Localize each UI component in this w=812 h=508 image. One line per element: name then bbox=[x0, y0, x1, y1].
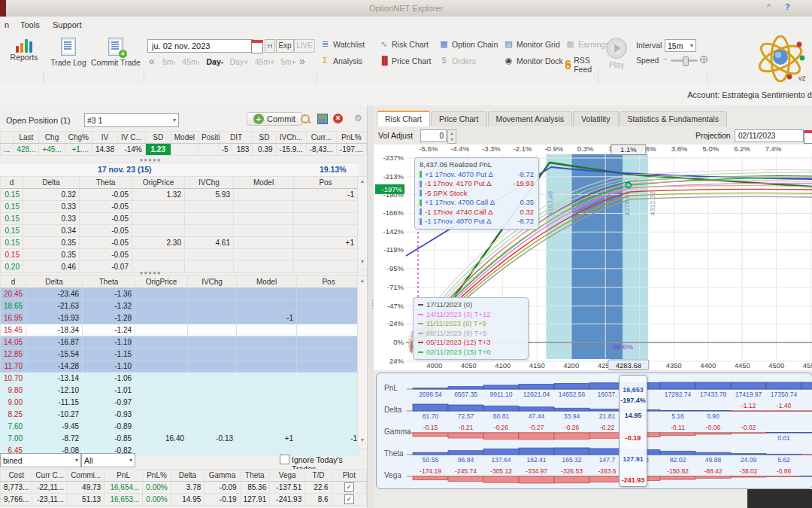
column-header[interactable] bbox=[1, 132, 14, 144]
column-header[interactable]: IV bbox=[92, 132, 117, 144]
step-back-icon[interactable]: « bbox=[149, 55, 155, 67]
time-h-button[interactable]: H bbox=[265, 39, 275, 53]
commit-button[interactable]: +Commit bbox=[247, 112, 302, 126]
table-row[interactable]: 8.25-10.27-0.93 bbox=[1, 409, 361, 421]
ignore-trades-checkbox[interactable] bbox=[280, 455, 289, 464]
column-header[interactable]: d bbox=[1, 177, 23, 189]
tab-movement-analysis[interactable]: Movement Analysis bbox=[488, 111, 572, 126]
column-header[interactable]: IVCh... bbox=[276, 132, 306, 144]
calls-scrollbar[interactable]: ▲▼ bbox=[357, 176, 368, 269]
time-step-day-[interactable]: Day- bbox=[206, 57, 223, 66]
column-header[interactable]: Last bbox=[14, 132, 39, 144]
table-row[interactable]: 1830.39-15.9...-8,43...-197.... bbox=[220, 144, 367, 156]
time-step-45m-[interactable]: 45m- bbox=[182, 57, 200, 66]
export-grid-icon[interactable] bbox=[317, 114, 328, 124]
column-header[interactable]: Theta bbox=[80, 177, 132, 189]
table-row[interactable]: 7.60-9.45-0.89 bbox=[1, 421, 361, 433]
tab-price-chart[interactable]: Price Chart bbox=[431, 111, 487, 126]
column-header[interactable]: Curr... bbox=[306, 132, 336, 144]
calendar-icon[interactable] bbox=[804, 130, 812, 144]
column-header[interactable]: Model bbox=[237, 276, 297, 288]
position-selector[interactable]: #3 1▾ bbox=[84, 113, 179, 127]
windows-button-risk-chart[interactable]: ∿Risk Chart bbox=[379, 39, 429, 49]
table-row[interactable]: 0.150.32-0.051.325.93-1 bbox=[1, 189, 358, 201]
windows-button-monitor-dock[interactable]: ◉Monitor Dock bbox=[504, 56, 563, 65]
collapse-ribbon-icon[interactable]: ^ bbox=[767, 2, 771, 11]
menu-item-tools[interactable]: Tools bbox=[20, 20, 40, 29]
vol-adjust-spinner[interactable]: ▲▼ bbox=[447, 129, 456, 144]
column-header[interactable]: Theta bbox=[83, 276, 135, 288]
windows-button-option-chain[interactable]: ▦Option Chain bbox=[439, 39, 498, 49]
plot-checkbox[interactable]: ✓ bbox=[344, 494, 354, 504]
trading-date-input[interactable]: ju. 02 nov. 2023 bbox=[147, 39, 253, 53]
scope-filter-select[interactable]: All▾ bbox=[81, 453, 135, 467]
column-header[interactable]: PnL% bbox=[336, 132, 366, 144]
speed-slider-thumb[interactable] bbox=[683, 56, 689, 66]
search-icon[interactable] bbox=[301, 114, 310, 123]
column-header[interactable]: Model bbox=[234, 177, 294, 189]
column-header[interactable]: OrigPrice bbox=[135, 276, 188, 288]
table-row[interactable]: 18.65-21.63-1.32 bbox=[1, 300, 361, 312]
table-row[interactable]: 14.05-16.87-1.19 bbox=[1, 336, 361, 348]
table-row[interactable]: 0.150.35-0.05 bbox=[1, 249, 358, 261]
table-row[interactable]: 9.00-11.15-0.97 bbox=[1, 397, 361, 409]
column-header[interactable]: Plot bbox=[332, 470, 366, 482]
windows-button-monitor-grid[interactable]: ▤Monitor Grid bbox=[504, 39, 560, 49]
windows-button-watchlist[interactable]: ≣Watchlist bbox=[320, 39, 365, 49]
trade-log-button[interactable]: Trade Log bbox=[47, 38, 90, 67]
commit-trade-button[interactable]: + Commit Trade bbox=[89, 38, 143, 67]
time-step-45m+[interactable]: 45m+ bbox=[254, 57, 274, 66]
table-row[interactable]: 7.00-8.72-0.8516.40-0.13+1-1 bbox=[1, 433, 361, 445]
column-header[interactable]: IVChg bbox=[185, 177, 234, 189]
windows-button-analysis[interactable]: ΣAnalysis bbox=[320, 56, 362, 65]
column-header[interactable]: Model bbox=[171, 132, 198, 144]
column-header[interactable]: Chg bbox=[39, 132, 65, 144]
speed-minus-icon[interactable]: − bbox=[663, 55, 668, 63]
interval-select[interactable]: 15m▾ bbox=[665, 39, 696, 52]
table-row[interactable]: ...428...+45...+1....14.38-14%1.23-5 bbox=[1, 144, 232, 156]
exp-button[interactable]: Exp bbox=[276, 39, 294, 53]
table-row[interactable]: 0.150.34-0.05 bbox=[1, 225, 358, 237]
time-step-5m+[interactable]: 5m+ bbox=[280, 57, 296, 66]
strategy-filter-select[interactable]: bined▾ bbox=[0, 453, 81, 467]
tab-volatility[interactable]: Volatility bbox=[573, 111, 619, 126]
table-row[interactable]: 16.95-19.93-1.28-1 bbox=[1, 312, 361, 324]
time-step-day+[interactable]: Day+ bbox=[229, 57, 248, 66]
column-header[interactable]: Gamma bbox=[205, 470, 240, 482]
windows-button-price-chart[interactable]: ▐▌Price Chart bbox=[379, 56, 432, 65]
column-header[interactable]: Vega bbox=[270, 470, 305, 482]
menu-item-cut[interactable]: n bbox=[5, 20, 9, 29]
live-button[interactable]: LIVE bbox=[294, 39, 315, 53]
table-row[interactable]: 15.45-18.34-1.24 bbox=[1, 324, 361, 336]
table-row[interactable]: 0.150.33-0.05 bbox=[1, 213, 358, 225]
column-header[interactable]: d bbox=[1, 276, 26, 288]
time-step-5m-[interactable]: 5m- bbox=[162, 57, 176, 66]
table-row[interactable]: 12.85-15.54-1.15 bbox=[1, 348, 361, 360]
speed-slider[interactable] bbox=[671, 59, 698, 62]
column-header[interactable]: IV C... bbox=[117, 132, 145, 144]
vol-adjust-input[interactable]: 0 bbox=[420, 129, 447, 142]
table-row[interactable]: 10.70-13.14-1.06 bbox=[1, 373, 361, 385]
table-row[interactable]: 8,773...-22,11...49.7316,654...0.00%3.78… bbox=[1, 482, 367, 494]
column-header[interactable]: Curr C... bbox=[32, 470, 68, 482]
column-header[interactable]: Chg% bbox=[65, 132, 92, 144]
table-row[interactable]: 11.70-14.28-1.10 bbox=[1, 360, 361, 373]
column-header[interactable]: DIT bbox=[220, 132, 253, 144]
puts-scrollbar[interactable]: ▲▼ bbox=[357, 275, 368, 449]
column-header[interactable]: Cost bbox=[1, 470, 32, 482]
column-header[interactable]: PnL bbox=[105, 470, 143, 482]
tab-statistics-fundamentals[interactable]: Statistics & Fundamentals bbox=[620, 111, 727, 126]
table-row[interactable]: 0.150.35-0.052.304.61+1 bbox=[1, 237, 358, 249]
column-header[interactable]: IVChg bbox=[188, 276, 237, 288]
column-header[interactable]: T/D bbox=[305, 470, 332, 482]
column-header[interactable]: Pos bbox=[297, 276, 361, 288]
close-position-icon[interactable]: ✕ bbox=[333, 114, 343, 123]
gear-icon[interactable]: ⚙ bbox=[354, 113, 362, 123]
windows-button-rss-feed[interactable]: RSS Feed bbox=[565, 56, 595, 74]
column-header[interactable]: Delta bbox=[23, 177, 80, 189]
calendar-icon[interactable] bbox=[251, 40, 263, 53]
column-header[interactable]: SD bbox=[253, 132, 276, 144]
speed-plus-icon[interactable]: ⨁ bbox=[700, 55, 707, 63]
column-header[interactable]: OrigPrice bbox=[132, 177, 185, 189]
column-header[interactable]: SD bbox=[145, 132, 171, 144]
